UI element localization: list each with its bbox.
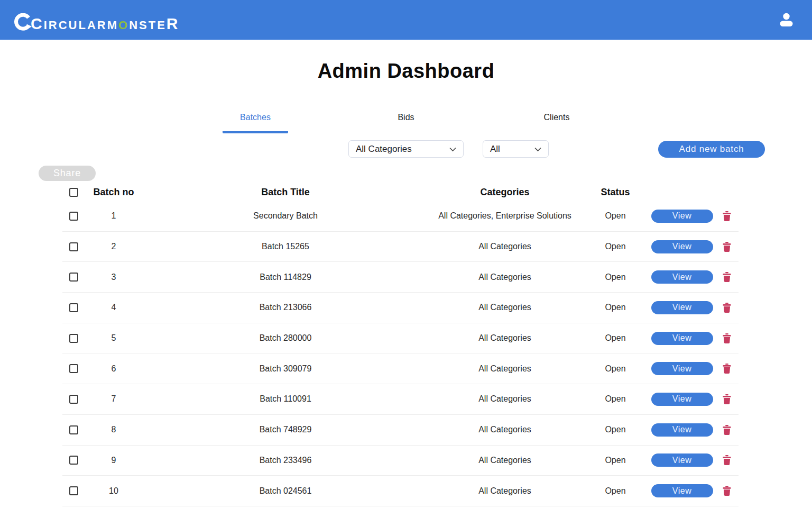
view-button[interactable]: View xyxy=(651,301,713,314)
row-checkbox[interactable] xyxy=(69,425,78,434)
categories-cell: All Categories xyxy=(428,242,582,251)
status-cell: Open xyxy=(582,273,649,282)
view-button[interactable]: View xyxy=(651,393,713,406)
delete-button[interactable] xyxy=(723,333,731,343)
circularmonster-logo: C IRCULARMONSTER xyxy=(14,0,179,40)
delete-button[interactable] xyxy=(723,425,731,435)
delete-button[interactable] xyxy=(723,364,731,374)
delete-button[interactable] xyxy=(723,242,731,252)
column-header-batch-title: Batch Title xyxy=(143,187,428,198)
tab-bids[interactable]: Bids xyxy=(331,111,482,133)
batch-title-cell: Batch 110091 xyxy=(143,394,428,404)
tab-clients[interactable]: Clients xyxy=(482,111,632,133)
view-button[interactable]: View xyxy=(651,362,713,375)
view-button[interactable]: View xyxy=(651,270,713,284)
batch-no-cell: 3 xyxy=(85,273,143,282)
circular-arrow-c-icon xyxy=(14,2,32,42)
batch-no-cell: 6 xyxy=(85,364,143,374)
tab-batches-label: Batches xyxy=(223,111,288,133)
row-checkbox[interactable] xyxy=(69,273,78,282)
row-checkbox[interactable] xyxy=(69,395,78,404)
trash-icon xyxy=(723,337,731,345)
status-cell: Open xyxy=(582,456,649,465)
view-button[interactable]: View xyxy=(651,240,713,253)
page-title: Admin Dashboard xyxy=(0,60,812,83)
categories-cell: All Categories xyxy=(428,394,582,404)
batch-title-cell: Batch 114829 xyxy=(143,273,428,282)
status-cell: Open xyxy=(582,486,649,496)
status-cell: Open xyxy=(582,425,649,434)
column-header-categories: Categories xyxy=(428,187,582,198)
column-header-status: Status xyxy=(582,187,649,198)
delete-button[interactable] xyxy=(723,394,731,404)
batch-title-cell: Batch 233496 xyxy=(143,456,428,465)
row-checkbox[interactable] xyxy=(69,242,78,251)
top-navigation-bar: C IRCULARMONSTER xyxy=(0,0,812,40)
logo-text-r: R xyxy=(167,4,180,43)
tab-batches[interactable]: Batches xyxy=(180,111,331,133)
view-button[interactable]: View xyxy=(651,423,713,437)
trash-icon xyxy=(723,367,731,375)
user-profile-button[interactable] xyxy=(778,11,795,29)
delete-button[interactable] xyxy=(723,455,731,465)
delete-button[interactable] xyxy=(723,486,731,496)
tab-bids-label: Bids xyxy=(380,111,431,133)
table-row: 10 Batch 024561 All Categories Open View xyxy=(62,476,739,506)
table-row: 4 Batch 213066 All Categories Open View xyxy=(62,293,739,323)
batch-title-cell: Batch 309079 xyxy=(143,364,428,374)
status-filter-select[interactable]: All xyxy=(483,140,549,158)
trash-icon xyxy=(723,215,731,223)
categories-cell: All Categories xyxy=(428,486,582,496)
add-new-batch-button[interactable]: Add new batch xyxy=(658,141,765,158)
table-row: 9 Batch 233496 All Categories Open View xyxy=(62,446,739,476)
category-filter-select[interactable]: All Categories xyxy=(348,140,464,158)
trash-icon xyxy=(723,276,731,284)
view-button[interactable]: View xyxy=(651,453,713,467)
categories-cell: All Categories xyxy=(428,364,582,374)
trash-icon xyxy=(723,246,731,253)
batch-no-cell: 9 xyxy=(85,456,143,465)
delete-button[interactable] xyxy=(723,211,731,221)
batch-no-cell: 4 xyxy=(85,303,143,312)
row-checkbox[interactable] xyxy=(69,212,78,221)
view-button[interactable]: View xyxy=(651,210,713,223)
row-checkbox[interactable] xyxy=(69,334,78,343)
share-button[interactable]: Share xyxy=(39,166,96,181)
status-cell: Open xyxy=(582,242,649,251)
select-all-checkbox[interactable] xyxy=(69,188,78,197)
batch-title-cell: Batch 024561 xyxy=(143,486,428,496)
categories-cell: All Categories, Enterprise Solutions xyxy=(428,211,582,221)
table-header-row: Batch no Batch Title Categories Status xyxy=(62,183,739,201)
trash-icon xyxy=(723,429,731,437)
chevron-down-icon xyxy=(449,144,456,155)
categories-cell: All Categories xyxy=(428,456,582,465)
tab-clients-label: Clients xyxy=(527,111,587,133)
table-row: 8 Batch 748929 All Categories Open View xyxy=(62,415,739,446)
column-header-batch-no: Batch no xyxy=(85,187,143,198)
categories-cell: All Categories xyxy=(428,273,582,282)
batch-title-cell: Batch 213066 xyxy=(143,303,428,312)
status-cell: Open xyxy=(582,333,649,343)
chevron-down-icon xyxy=(534,144,541,155)
logo-text-mid1: IRCULARM xyxy=(44,5,118,45)
trash-icon xyxy=(723,459,731,467)
row-checkbox[interactable] xyxy=(69,364,78,373)
row-checkbox[interactable] xyxy=(69,303,78,312)
batches-table: Batch no Batch Title Categories Status 1… xyxy=(62,183,739,506)
trash-icon xyxy=(723,306,731,314)
trash-icon xyxy=(723,489,731,497)
batch-no-cell: 5 xyxy=(85,333,143,343)
delete-button[interactable] xyxy=(723,303,731,313)
view-button[interactable]: View xyxy=(651,484,713,497)
row-checkbox[interactable] xyxy=(69,456,78,465)
status-cell: Open xyxy=(582,394,649,404)
table-row: 3 Batch 114829 All Categories Open View xyxy=(62,262,739,293)
table-row: 1 Secondary Batch All Categories, Enterp… xyxy=(62,201,739,232)
row-checkbox[interactable] xyxy=(69,486,78,495)
delete-button[interactable] xyxy=(723,272,731,282)
view-button[interactable]: View xyxy=(651,332,713,345)
trash-icon xyxy=(723,398,731,406)
logo-green-o: O xyxy=(118,5,129,45)
logo-text-c: C xyxy=(31,4,44,43)
status-cell: Open xyxy=(582,303,649,312)
